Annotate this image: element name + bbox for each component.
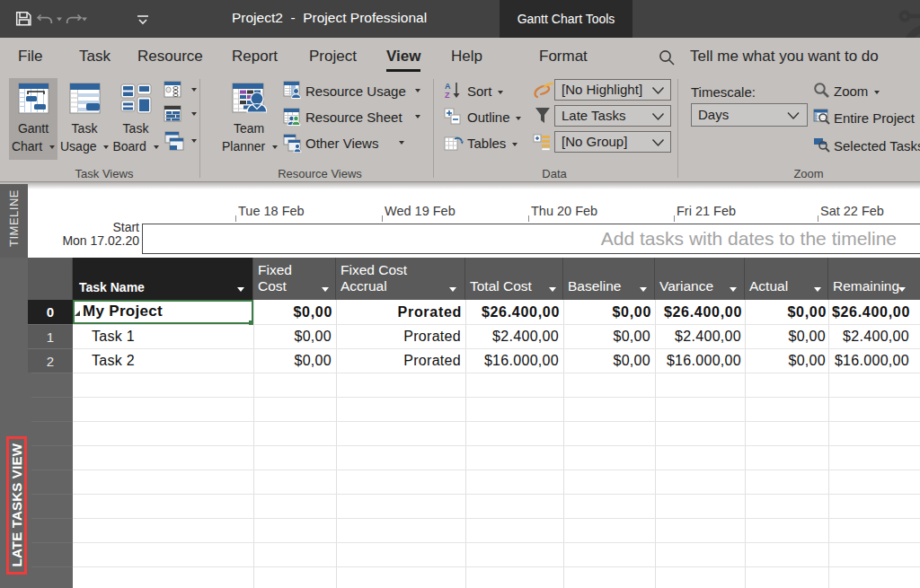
- svg-text:Z: Z: [445, 91, 450, 99]
- svg-text:A: A: [445, 82, 451, 91]
